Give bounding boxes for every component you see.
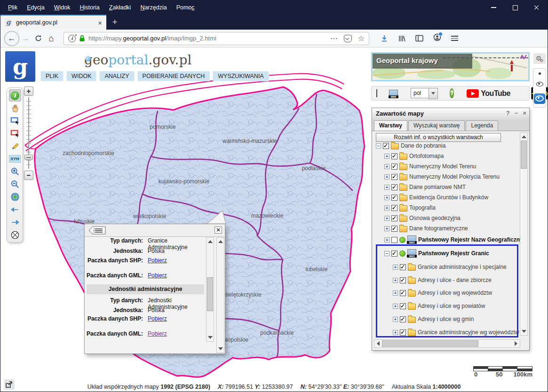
scroll-up-icon[interactable] [522,135,526,138]
tool-draw[interactable] [9,140,21,152]
tree-expander-icon[interactable]: + [384,174,389,180]
padlock-icon[interactable] [79,35,85,42]
layer-row-adresy-i-ulice-dane-zbiorcze[interactable]: +Adresy i ulice - dane zbiorcze [393,275,492,285]
tab-geoportal[interactable]: g geoportal.gov.pl × [0,15,106,30]
scrollbar-thumb[interactable] [382,340,478,347]
layer-checkbox[interactable] [391,215,397,221]
layer-checkbox[interactable] [391,226,397,232]
download-link[interactable]: Pobierz [148,330,167,337]
layer-row-granice-administracyjne-i-specjalne[interactable]: +Granice administracyjne i specjalne [393,262,507,272]
tree-expander-icon[interactable]: + [384,226,389,231]
gp-menu-wyszukiwania[interactable]: WYSZUKIWANIA [213,71,269,81]
tree-expander-icon[interactable]: − [384,251,389,256]
tool-deselect-rect[interactable] [9,127,21,140]
layer-checkbox[interactable] [383,143,389,149]
layer-checkbox[interactable] [400,329,406,336]
tool-select-rect[interactable] [9,115,21,127]
scroll-left-icon[interactable] [377,341,380,346]
download-icon[interactable] [381,35,388,42]
layer-checkbox[interactable] [400,316,406,322]
back-button[interactable]: ← [4,31,19,46]
tool-info[interactable] [9,89,21,102]
tree-expander-icon[interactable]: + [393,317,398,322]
reload-button[interactable] [32,35,45,42]
close-button[interactable] [526,0,548,15]
menu-plik[interactable]: Plik [3,2,22,13]
layer-row-granice-administracyjne-wg-wojew-dztw[interactable]: +Granice administracyjne wg województw [393,328,519,337]
tree-expander-icon[interactable]: + [393,265,398,270]
tree-expander-icon[interactable]: − [376,143,381,149]
popup-inner-scrollbar[interactable] [206,237,214,342]
tree-expander-icon[interactable]: + [384,185,389,190]
menu-zak-adki[interactable]: Zakładki [104,2,136,13]
tool-next-view[interactable] [9,216,21,228]
tab-close-icon[interactable]: × [98,19,102,26]
grid-icon[interactable] [376,89,377,97]
zoom-slider-minus[interactable]: − [24,171,33,180]
overview-map[interactable]: Geoportal krajowy [371,52,530,81]
gp-menu-analizy[interactable]: ANALIZY [99,71,134,81]
gp-menu-plik[interactable]: PLIK [40,71,64,81]
tree-expander-icon[interactable]: + [393,278,398,283]
youtube-button[interactable]: YouTube [467,89,510,98]
scroll-down-icon[interactable] [522,330,526,333]
tree-expander-icon[interactable]: + [393,304,398,309]
home-button[interactable]: ⌂ [45,33,58,44]
zoom-slider-plus[interactable]: + [24,86,33,96]
tool-previous-view[interactable] [9,204,21,216]
tool-full-extent[interactable] [9,191,21,203]
layer-row-topografia[interactable]: +Topografia [384,203,436,212]
wms-icon[interactable] [389,90,398,97]
tool-pan[interactable] [9,102,21,114]
layer-row-osnowa-geodezyjna[interactable]: +Osnowa geodezyjna [384,213,461,223]
layer-checkbox[interactable] [391,251,397,257]
font-large-button-active[interactable] [534,94,545,104]
page-actions-icon[interactable]: ⋯ [330,34,338,43]
tree-expander-icon[interactable]: + [384,164,389,169]
tree-expander-icon[interactable]: + [384,154,389,159]
maximize-button[interactable] [504,0,526,15]
layer-checkbox[interactable] [391,164,397,170]
menu-widok[interactable]: Widok [49,2,75,13]
sidebar-icon[interactable] [415,35,423,42]
tree-expander-icon[interactable]: + [384,237,389,243]
download-link[interactable]: Pobierz [148,257,167,264]
layer-row-dane-fotogrametryczne[interactable]: +Dane fotogrametryczne [384,224,468,233]
layer-checkbox[interactable] [391,205,397,211]
tree-expander-icon[interactable]: + [384,195,389,200]
bookmark-star-icon[interactable]: ☆ [358,34,365,43]
layer-row-pa-stwowy-rejestr-nazw-geograficznych[interactable]: +Państwowy Rejestr Nazw Geograficznych [384,235,520,244]
scroll-down-icon[interactable] [208,336,213,339]
tool-zoom-out[interactable] [9,178,21,190]
layer-checkbox[interactable] [400,303,406,309]
scrollbar-thumb[interactable] [521,141,527,169]
menu-edycja[interactable]: Edycja [22,2,49,13]
scroll-up-icon[interactable] [218,240,223,243]
tree-expander-icon[interactable]: + [393,330,398,335]
scrollbar-thumb[interactable] [207,277,213,311]
tree-vertical-scrollbar[interactable] [520,133,528,336]
tree-horizontal-scrollbar[interactable] [374,339,520,348]
download-link[interactable]: Pobierz [148,272,167,279]
tree-expander-icon[interactable]: + [384,216,389,221]
language-select[interactable]: pol [411,88,438,99]
settings-button[interactable]: ⚙⚙ [533,53,546,64]
font-small-button[interactable] [539,72,541,75]
menu-narz-dzia[interactable]: Narzędzia [135,2,171,13]
popup-close-button[interactable]: ✕ [214,227,222,234]
layer-checkbox[interactable] [400,264,406,270]
layer-row-dane-pomiarowe-nmt[interactable]: +Dane pomiarowe NMT [384,182,466,192]
menu-pomoc[interactable]: Pomoc [172,2,199,13]
layer-row-numeryczny-model-terenu[interactable]: +Numeryczny Model Terenu [384,162,477,171]
zoom-slider-thumb[interactable] [24,155,33,160]
account-button[interactable] [433,33,441,43]
layer-checkbox[interactable] [391,184,397,190]
geoportal-logo-tile[interactable]: g [5,51,35,82]
scroll-up-icon[interactable] [208,240,213,243]
layer-checkbox[interactable] [400,290,406,296]
tool-clear-selection[interactable] [9,229,21,241]
layer-row-ewidencja-grunt-w-i-budynk-w[interactable]: +Ewidencja Gruntów i Budynków [384,193,488,202]
download-link[interactable]: Pobierz [148,315,167,322]
layer-row-adresy-i-ulice-wg-gmin[interactable]: +Adresy i ulice wg gmin [393,314,474,324]
menu-historia[interactable]: Historia [75,2,104,13]
